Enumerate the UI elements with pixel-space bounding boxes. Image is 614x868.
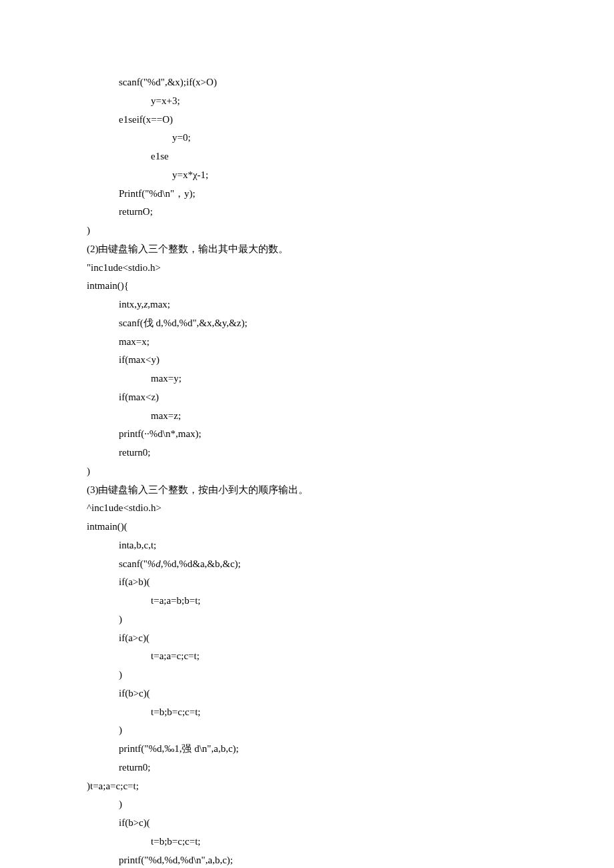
code-line: returnO;: [87, 203, 527, 222]
code-line: if(a>c)(: [87, 629, 527, 648]
code-line: printf("%d,‰1,强 d\n",a,b,c);: [87, 740, 527, 759]
code-line: return0;: [87, 759, 527, 777]
code-line: (3)由键盘输入三个整数，按由小到大的顺序输出。: [87, 481, 527, 500]
code-line: t=a;a=c;c=t;: [87, 647, 527, 666]
code-line: ): [87, 721, 527, 740]
code-line: )t=a;a=c;c=t;: [87, 777, 527, 796]
code-line: ): [87, 666, 527, 685]
code-line: intmain(){: [87, 277, 527, 296]
code-line: if(max<y): [87, 351, 527, 370]
code-line: scanf("%d",&x);if(x>O): [87, 73, 527, 92]
code-line: return0;: [87, 444, 527, 462]
code-line: (2)由键盘输入三个整数，输出其中最大的数。: [87, 240, 527, 259]
code-line: intx,y,z,max;: [87, 296, 527, 314]
code-line: y=0;: [87, 129, 527, 147]
code-line: if(a>b)(: [87, 573, 527, 592]
code-line: intmain()(: [87, 518, 527, 536]
code-line: max=x;: [87, 333, 527, 352]
code-line: scanf(伐 d,%d,%d",&x,&y,&z);: [87, 314, 527, 333]
code-line: scanf("%d,%d,%d&a,&b,&c);: [87, 555, 527, 574]
code-line: if(b>c)(: [87, 814, 527, 833]
code-line: ): [87, 795, 527, 814]
code-line: ): [87, 462, 527, 481]
code-line: printf("%d,%d,%d\n",a,b,c);: [87, 851, 527, 869]
code-line: "inc1ude<stdio.h>: [87, 259, 527, 278]
code-line: if(b>c)(: [87, 685, 527, 703]
code-line: ): [87, 222, 527, 240]
code-line: ): [87, 610, 527, 629]
document-page: scanf("%d",&x);if(x>O)y=x+3;e1seif(x==O)…: [0, 0, 614, 868]
code-line: Printf("%d\n"，y);: [87, 185, 527, 203]
code-line: t=b;b=c;c=t;: [87, 703, 527, 722]
code-line: ^inc1ude<stdio.h>: [87, 499, 527, 518]
code-line: e1se: [87, 147, 527, 166]
code-line: max=y;: [87, 370, 527, 388]
code-line: max=z;: [87, 407, 527, 426]
code-line: inta,b,c,t;: [87, 536, 527, 555]
code-line: printf(∙∙%d\n*,max);: [87, 425, 527, 444]
code-line: t=a;a=b;b=t;: [87, 592, 527, 610]
code-line: y=x*χ-1;: [87, 166, 527, 185]
code-line: if(max<z): [87, 388, 527, 407]
code-line: y=x+3;: [87, 92, 527, 111]
code-line: t=b;b=c;c=t;: [87, 833, 527, 851]
code-line: e1seif(x==O): [87, 111, 527, 129]
